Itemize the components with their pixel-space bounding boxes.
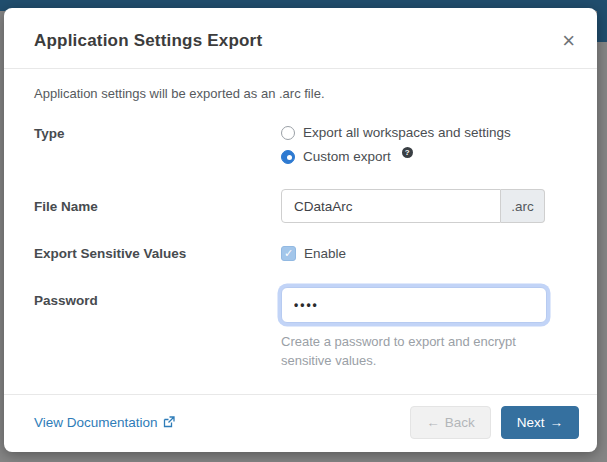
radio-custom-export-label[interactable]: Custom export [303,149,391,164]
radio-custom-export[interactable]: Custom export ? [281,149,511,164]
radio-export-all[interactable]: Export all workspaces and settings [281,125,511,140]
sensitive-values-row: Export Sensitive Values ✓ Enable [34,246,571,261]
type-row: Type Export all workspaces and settings … [34,125,571,164]
password-label: Password [34,283,281,308]
modal-footer: View Documentation ← Back Next → [4,394,597,452]
enable-checkbox-label[interactable]: Enable [304,246,346,261]
back-arrow-icon: ← [426,415,440,430]
modal-header: Application Settings Export × [4,8,597,69]
next-button[interactable]: Next → [501,406,579,439]
radio-checked-icon[interactable] [281,150,295,164]
external-link-icon [163,416,175,431]
password-control: Create a password to export and encrypt … [281,283,547,371]
enable-checkbox-line[interactable]: ✓ Enable [281,246,346,261]
back-button[interactable]: ← Back [410,406,491,439]
type-radio-group: Export all workspaces and settings Custo… [281,125,511,164]
intro-text: Application settings will be exported as… [34,86,571,101]
back-button-label: Back [445,415,475,430]
next-button-label: Next [517,415,545,430]
password-row: Password Create a password to export and… [34,283,571,371]
view-documentation-link[interactable]: View Documentation [34,415,175,431]
file-name-input[interactable] [281,189,501,223]
file-name-label: File Name [34,199,281,214]
view-documentation-label: View Documentation [34,415,158,430]
type-label: Type [34,125,281,141]
file-extension-addon: .arc [501,189,545,223]
background-navbar-corner [597,0,607,42]
help-icon[interactable]: ? [402,147,413,158]
file-name-input-group: .arc [281,189,545,223]
modal-body: Application settings will be exported as… [4,69,597,394]
footer-buttons: ← Back Next → [410,406,579,439]
password-input[interactable] [281,287,547,323]
modal-title: Application Settings Export [34,31,262,51]
radio-export-all-label[interactable]: Export all workspaces and settings [303,125,511,140]
next-arrow-icon: → [550,415,564,430]
radio-unchecked-icon[interactable] [281,126,295,140]
checkbox-checked-icon[interactable]: ✓ [281,246,296,261]
file-name-row: File Name .arc [34,189,571,223]
sensitive-values-label: Export Sensitive Values [34,246,281,261]
password-helper-text: Create a password to export and encrypt … [281,333,533,371]
application-settings-export-modal: Application Settings Export × Applicatio… [4,8,597,452]
close-icon[interactable]: × [562,33,575,49]
